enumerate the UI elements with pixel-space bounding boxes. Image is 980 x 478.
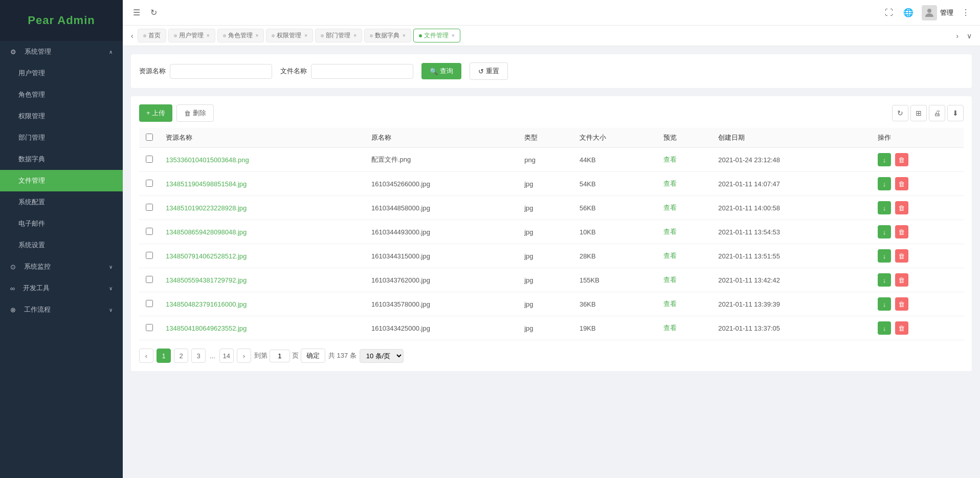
row-checkbox[interactable]	[146, 180, 153, 187]
refresh-table-button[interactable]: ↻	[892, 105, 908, 121]
tab-close-icon[interactable]: ×	[452, 33, 455, 38]
refresh-icon[interactable]: ↻	[148, 6, 159, 19]
sidebar-item-email[interactable]: 电子邮件	[0, 213, 123, 234]
preview-link[interactable]: 查看	[663, 180, 677, 187]
download-button[interactable]: ↓	[878, 153, 891, 166]
download-button[interactable]: ↓	[878, 321, 891, 335]
app-title: Pear Admin	[28, 14, 95, 27]
preview-link[interactable]: 查看	[663, 276, 677, 284]
sidebar-group-workflow[interactable]: ⊗ 工作流程 ∨	[0, 299, 123, 320]
delete-row-button[interactable]: 🗑	[895, 297, 908, 311]
row-resource-name: 1348504180649623552.jpg	[160, 316, 365, 340]
query-button[interactable]: 🔍 查询	[421, 63, 461, 79]
sidebar-item-user-mgmt[interactable]: 用户管理	[0, 62, 123, 84]
sidebar-item-dept-mgmt[interactable]: 部门管理	[0, 127, 123, 148]
download-button[interactable]: ↓	[878, 201, 891, 214]
row-checkbox[interactable]	[146, 204, 153, 211]
tab-close-icon[interactable]: ×	[353, 33, 357, 38]
tab-user-mgmt[interactable]: 用户管理 ×	[168, 29, 215, 42]
row-resource-name: 1348510190223228928.jpg	[160, 196, 365, 220]
delete-row-button[interactable]: 🗑	[895, 321, 908, 335]
tab-close-icon[interactable]: ×	[304, 33, 307, 38]
reset-button[interactable]: ↺ 重置	[470, 62, 508, 80]
tab-label: 部门管理	[326, 31, 350, 40]
delete-row-button[interactable]: 🗑	[895, 177, 908, 190]
sidebar-item-label: 系统配置	[18, 198, 45, 206]
tab-more-btn[interactable]: ∨	[963, 32, 976, 40]
tab-perm-mgmt[interactable]: 权限管理 ×	[266, 29, 313, 42]
row-preview: 查看	[657, 268, 712, 292]
sidebar-group-system-management[interactable]: ⚙ 系统管理 ∧	[0, 41, 123, 62]
per-page-select[interactable]: 10 条/页 20 条/页 50 条/页	[360, 349, 404, 363]
tab-dept-mgmt[interactable]: 部门管理 ×	[315, 29, 362, 42]
tab-next-btn[interactable]: ›	[952, 32, 963, 40]
sidebar-item-perm-mgmt[interactable]: 权限管理	[0, 105, 123, 127]
tab-file-mgmt[interactable]: 文件管理 ×	[413, 29, 460, 42]
workflow-icon: ⊗	[10, 306, 16, 314]
upload-button[interactable]: + 上传	[139, 104, 172, 122]
preview-link[interactable]: 查看	[663, 252, 677, 259]
sidebar-item-file-mgmt[interactable]: 文件管理	[0, 170, 123, 191]
select-all-checkbox[interactable]	[146, 134, 153, 141]
sidebar-item-role-mgmt[interactable]: 角色管理	[0, 84, 123, 105]
preview-link[interactable]: 查看	[663, 204, 677, 211]
tab-home[interactable]: 首页	[138, 29, 166, 42]
preview-link[interactable]: 查看	[663, 156, 677, 163]
search-form: 资源名称 文件名称 🔍 查询 ↺ 重置	[131, 54, 972, 88]
tab-prev-btn[interactable]: ‹	[127, 32, 138, 40]
tab-role-mgmt[interactable]: 角色管理 ×	[217, 29, 264, 42]
globe-icon[interactable]: 🌐	[901, 6, 916, 19]
delete-row-button[interactable]: 🗑	[895, 225, 908, 238]
sidebar-item-sys-config[interactable]: 系统配置	[0, 191, 123, 213]
page-next-btn[interactable]: ›	[237, 349, 251, 363]
fullscreen-icon[interactable]: ⛶	[883, 6, 895, 19]
preview-link[interactable]: 查看	[663, 300, 677, 308]
download-button[interactable]: ↓	[878, 225, 891, 238]
row-checkbox[interactable]	[146, 252, 153, 259]
tab-close-icon[interactable]: ×	[207, 33, 210, 38]
page-btn-14[interactable]: 14	[219, 349, 234, 363]
sidebar-group-dev-tools[interactable]: ∞ 开发工具 ∨	[0, 277, 123, 299]
page-btn-3[interactable]: 3	[191, 349, 206, 363]
file-table: 资源名称 原名称 类型 文件大小 预览 创建日期 操作 135336010401…	[139, 128, 964, 340]
delete-row-button[interactable]: 🗑	[895, 273, 908, 287]
download-button[interactable]: ↓	[878, 297, 891, 311]
page-prev-btn[interactable]: ‹	[139, 349, 153, 363]
page-btn-1[interactable]: 1	[157, 349, 171, 363]
batch-delete-button[interactable]: 🗑 删除	[176, 104, 214, 122]
goto-confirm-btn[interactable]: 确定	[301, 349, 325, 363]
row-checkbox[interactable]	[146, 156, 153, 163]
delete-row-button[interactable]: 🗑	[895, 153, 908, 166]
sidebar-group-system-monitor[interactable]: ⊙ 系统监控 ∨	[0, 256, 123, 277]
sidebar-item-data-dict[interactable]: 数据字典	[0, 148, 123, 170]
page-btn-2[interactable]: 2	[174, 349, 188, 363]
dev-icon: ∞	[10, 285, 15, 292]
row-checkbox[interactable]	[146, 324, 153, 331]
user-area[interactable]: 管理	[922, 5, 953, 20]
tab-data-dict[interactable]: 数据字典 ×	[364, 29, 411, 42]
goto-input[interactable]	[270, 350, 290, 362]
sidebar-logo: Pear Admin	[0, 0, 123, 41]
preview-link[interactable]: 查看	[663, 228, 677, 235]
column-settings-button[interactable]: ⊞	[910, 105, 927, 121]
row-checkbox[interactable]	[146, 276, 153, 283]
download-button[interactable]: ↓	[878, 273, 891, 287]
delete-row-button[interactable]: 🗑	[895, 201, 908, 214]
delete-row-button[interactable]: 🗑	[895, 249, 908, 263]
export-button[interactable]: ⬇	[947, 105, 964, 121]
print-button[interactable]: 🖨	[929, 105, 945, 121]
row-checkbox[interactable]	[146, 300, 153, 307]
menu-toggle-icon[interactable]: ☰	[131, 6, 142, 19]
row-checkbox[interactable]	[146, 228, 153, 235]
row-size: 54KB	[573, 172, 657, 196]
tab-close-icon[interactable]: ×	[403, 33, 406, 38]
preview-link[interactable]: 查看	[663, 324, 677, 332]
file-name-input[interactable]	[311, 64, 413, 79]
row-type: jpg	[518, 292, 573, 316]
resource-name-input[interactable]	[170, 64, 272, 79]
tab-close-icon[interactable]: ×	[256, 33, 259, 38]
more-options-icon[interactable]: ⋮	[960, 6, 972, 19]
sidebar-item-sys-settings[interactable]: 系统设置	[0, 234, 123, 256]
download-button[interactable]: ↓	[878, 177, 891, 190]
download-button[interactable]: ↓	[878, 249, 891, 263]
